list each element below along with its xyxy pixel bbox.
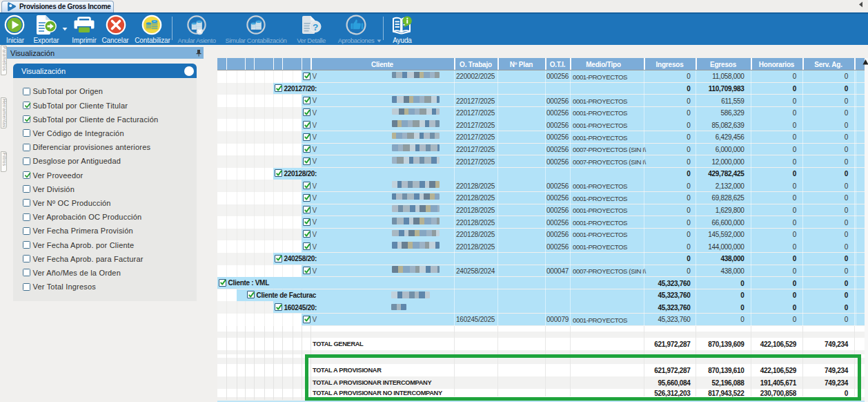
svg-text:?: ? <box>313 22 318 32</box>
